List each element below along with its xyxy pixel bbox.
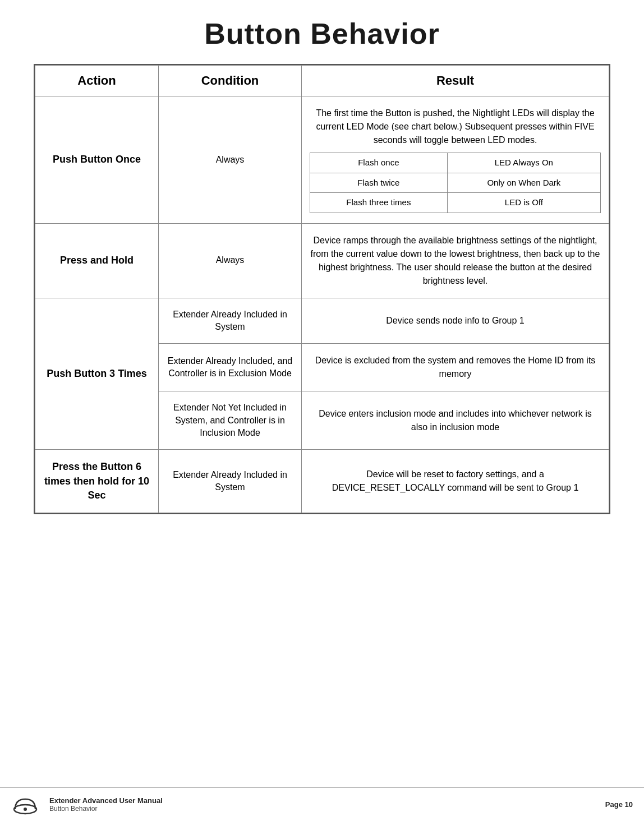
condition-press-hold: Always: [159, 223, 302, 298]
led-mode-table: Flash once LED Always On Flash twice Onl…: [310, 153, 601, 213]
flash-three-value: LED is Off: [447, 193, 600, 213]
page-footer: Extender Advanced User Manual Button Beh…: [0, 787, 644, 821]
footer-manual: Extender Advanced User Manual: [49, 796, 605, 805]
result-push3-1: Device sends node info to Group 1: [302, 298, 609, 344]
svg-point-1: [24, 808, 27, 811]
col-header-condition: Condition: [159, 66, 302, 96]
page-title: Button Behavior: [0, 0, 644, 64]
footer-page: Page 10: [605, 800, 633, 809]
table-row-press-hold: Press and Hold Always Device ramps throu…: [35, 223, 609, 298]
footer-section: Button Behavior: [49, 805, 605, 813]
flash-three-label: Flash three times: [310, 193, 448, 213]
flash-twice-label: Flash twice: [310, 173, 448, 193]
result-push-once: The first time the Button is pushed, the…: [302, 96, 609, 224]
condition-push3-3: Extender Not Yet Included in System, and…: [159, 391, 302, 450]
action-press-hold: Press and Hold: [35, 223, 159, 298]
flash-once-label: Flash once: [310, 153, 448, 173]
behavior-table-wrapper: Action Condition Result Push Button Once…: [34, 64, 610, 514]
inner-row-2: Flash twice Only on When Dark: [310, 173, 601, 193]
col-header-action: Action: [35, 66, 159, 96]
dome-logo: [11, 794, 39, 816]
result-press6: Device will be reset to factory settings…: [302, 450, 609, 513]
condition-press6: Extender Already Included in System: [159, 450, 302, 513]
table-row-press6: Press the Button 6 times then hold for 1…: [35, 450, 609, 513]
action-press6: Press the Button 6 times then hold for 1…: [35, 450, 159, 513]
inner-row-3: Flash three times LED is Off: [310, 193, 601, 213]
footer-text: Extender Advanced User Manual Button Beh…: [49, 796, 605, 813]
condition-push-once: Always: [159, 96, 302, 224]
table-row-push-once: Push Button Once Always The first time t…: [35, 96, 609, 224]
result-push3-2: Device is excluded from the system and r…: [302, 344, 609, 391]
result-push-once-desc: The first time the Button is pushed, the…: [310, 107, 601, 147]
result-press-hold: Device ramps through the available brigh…: [302, 223, 609, 298]
table-row-push3-sub1: Push Button 3 Times Extender Already Inc…: [35, 298, 609, 344]
result-push3-3: Device enters inclusion mode and include…: [302, 391, 609, 450]
inner-row-1: Flash once LED Always On: [310, 153, 601, 173]
action-push-once: Push Button Once: [35, 96, 159, 224]
flash-once-value: LED Always On: [447, 153, 600, 173]
flash-twice-value: Only on When Dark: [447, 173, 600, 193]
condition-push3-2: Extender Already Included, and Controlle…: [159, 344, 302, 391]
action-push3: Push Button 3 Times: [35, 298, 159, 450]
col-header-result: Result: [302, 66, 609, 96]
behavior-table: Action Condition Result Push Button Once…: [35, 65, 609, 513]
condition-push3-1: Extender Already Included in System: [159, 298, 302, 344]
